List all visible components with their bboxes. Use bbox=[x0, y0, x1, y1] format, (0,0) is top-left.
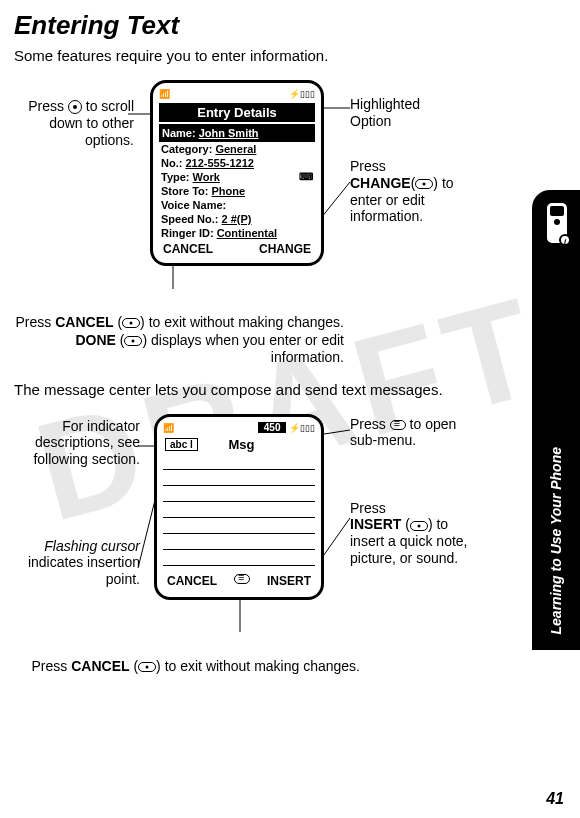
text-line[interactable] bbox=[163, 502, 315, 518]
caption-figure-1: Press CANCEL () to exit without making c… bbox=[14, 314, 344, 367]
text-line[interactable] bbox=[163, 550, 315, 566]
row-type[interactable]: Type: Work⌨ bbox=[159, 170, 315, 184]
row-category[interactable]: Category: General bbox=[159, 142, 315, 156]
page-number: 41 bbox=[546, 790, 564, 808]
softkey-icon bbox=[415, 179, 433, 189]
callout-highlighted: Highlighted Option bbox=[350, 96, 450, 130]
phone-icon: i bbox=[542, 200, 572, 246]
figure-entry-details: Press to scroll down to other options. 📶… bbox=[0, 74, 580, 314]
figure-message: For indicator descriptions, see followin… bbox=[0, 408, 580, 658]
mid-text: The message center lets you compose and … bbox=[0, 367, 580, 408]
screen-title: Entry Details bbox=[159, 103, 315, 122]
svg-rect-10 bbox=[550, 206, 564, 216]
text-line[interactable] bbox=[163, 486, 315, 502]
status-bar: 📶 ⚡▯▯▯ bbox=[159, 87, 315, 101]
row-number[interactable]: No.: 212-555-1212 bbox=[159, 156, 315, 170]
side-tab-label: Learning to Use Your Phone bbox=[548, 431, 564, 650]
phone-screen-2: 📶 450 ⚡▯▯▯ abc l Msg CANCEL INSERT bbox=[154, 414, 324, 600]
row-speedno[interactable]: Speed No.: 2 #(P) bbox=[159, 212, 315, 226]
menu-icon[interactable] bbox=[234, 574, 250, 584]
softkey-change[interactable]: CHANGE bbox=[259, 242, 311, 256]
callout-scroll: Press to scroll down to other options. bbox=[14, 98, 134, 148]
entry-mode[interactable]: abc l bbox=[165, 438, 198, 451]
callout-submenu: Press to open sub-menu. bbox=[350, 416, 460, 450]
softkey-icon bbox=[124, 336, 142, 346]
softkey-insert[interactable]: INSERT bbox=[267, 574, 311, 588]
phone-screen-1: 📶 ⚡▯▯▯ Entry Details Name: John Smith Ca… bbox=[150, 80, 324, 266]
text-line[interactable] bbox=[163, 470, 315, 486]
page-title: Entering Text bbox=[0, 0, 580, 47]
softkey-icon bbox=[122, 318, 140, 328]
side-tab: Learning to Use Your Phone bbox=[532, 190, 580, 650]
text-line[interactable] bbox=[163, 534, 315, 550]
caption-figure-2: Press CANCEL () to exit without making c… bbox=[30, 658, 360, 676]
battery-icon: ⚡▯▯▯ bbox=[289, 89, 315, 99]
softkey-cancel[interactable]: CANCEL bbox=[167, 574, 217, 588]
row-name[interactable]: Name: John Smith bbox=[159, 124, 315, 142]
row-ringerid[interactable]: Ringer ID: Continental bbox=[159, 226, 315, 240]
svg-point-11 bbox=[554, 219, 560, 225]
callout-change: Press CHANGE() to enter or edit informat… bbox=[350, 158, 470, 225]
row-storeto[interactable]: Store To: Phone bbox=[159, 184, 315, 198]
row-voicename[interactable]: Voice Name: bbox=[159, 198, 315, 212]
text-line[interactable] bbox=[163, 518, 315, 534]
menu-icon bbox=[390, 420, 406, 430]
text-line[interactable] bbox=[163, 454, 315, 470]
signal-icon: 📶 bbox=[163, 423, 174, 433]
softkey-cancel[interactable]: CANCEL bbox=[163, 242, 213, 256]
softkey-icon bbox=[410, 521, 428, 531]
keyboard-icon: ⌨ bbox=[299, 171, 313, 183]
callout-indicator: For indicator descriptions, see followin… bbox=[24, 418, 140, 468]
callout-cursor: Flashing cursor indicates insertion poin… bbox=[20, 538, 140, 588]
callout-insert: Press INSERT () to insert a quick note, … bbox=[350, 500, 480, 567]
nav-icon bbox=[68, 100, 82, 114]
battery-icon: ⚡▯▯▯ bbox=[289, 423, 315, 433]
intro-text: Some features require you to enter infor… bbox=[0, 47, 580, 74]
entry-mode-row: abc l Msg bbox=[163, 435, 315, 452]
softkey-icon bbox=[138, 662, 156, 672]
msg-title: Msg bbox=[198, 437, 285, 452]
status-bar: 📶 450 ⚡▯▯▯ bbox=[163, 421, 315, 435]
char-counter: 450 bbox=[258, 422, 287, 433]
signal-icon: 📶 bbox=[159, 89, 170, 99]
